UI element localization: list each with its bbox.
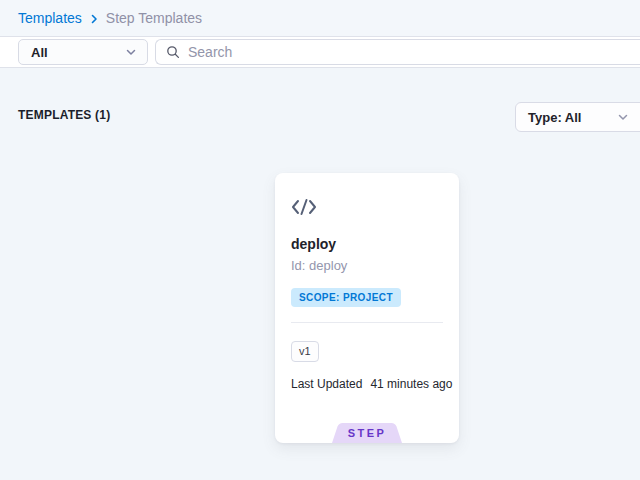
scope-filter-dropdown[interactable]: All: [18, 39, 148, 65]
toolbar: All: [0, 36, 640, 68]
last-updated-label: Last Updated: [291, 377, 362, 391]
templates-count-label: TEMPLATES (1): [18, 108, 110, 122]
chevron-right-icon: [88, 13, 100, 25]
card-divider: [291, 322, 443, 323]
code-icon: [291, 197, 317, 221]
search-input[interactable]: [188, 44, 630, 60]
scope-filter-value: All: [31, 45, 48, 60]
version-chip[interactable]: v1: [291, 341, 319, 362]
template-title: deploy: [291, 236, 336, 252]
template-card-deploy[interactable]: deploy Id: deploy SCOPE: PROJECT v1 Last…: [275, 173, 459, 443]
last-updated-value: 41 minutes ago: [370, 377, 452, 391]
breadcrumb-current: Step Templates: [106, 10, 202, 26]
breadcrumb: Templates Step Templates: [18, 10, 202, 26]
template-type-tab: STEP: [332, 423, 402, 443]
page-header: Templates Step Templates: [0, 0, 640, 36]
type-filter-dropdown[interactable]: Type: All: [515, 102, 640, 132]
template-id: Id: deploy: [291, 258, 347, 273]
search-icon: [166, 45, 180, 59]
chevron-down-icon: [617, 111, 629, 123]
type-filter-value: Type: All: [528, 110, 581, 125]
search-box[interactable]: [155, 39, 640, 65]
last-updated: Last Updated 41 minutes ago: [291, 377, 452, 391]
scope-badge: SCOPE: PROJECT: [291, 288, 401, 307]
chevron-down-icon: [125, 46, 137, 58]
breadcrumb-templates-link[interactable]: Templates: [18, 10, 82, 26]
